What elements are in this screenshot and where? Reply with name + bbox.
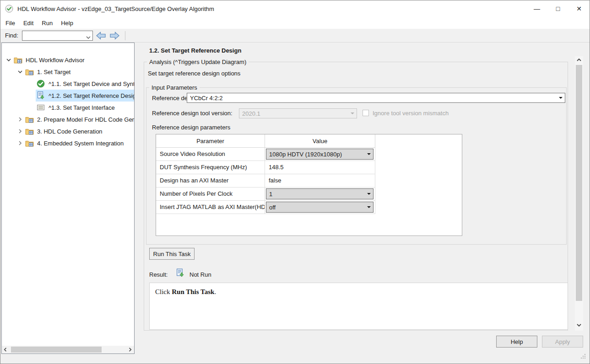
find-input[interactable] [22, 31, 93, 41]
run-this-task-button[interactable]: Run This Task [149, 248, 195, 260]
table-row: Number of Pixels Per Clock 1 [156, 187, 462, 201]
close-button[interactable]: ✕ [568, 0, 590, 17]
help-button[interactable]: Help [496, 336, 537, 348]
apply-button-disabled: Apply [542, 336, 583, 348]
result-message-box: Click Run This Task. [149, 283, 568, 330]
tree-horizontal-scrollbar[interactable] [2, 346, 134, 353]
minimize-button[interactable]: — [526, 0, 547, 17]
reference-design-parameters-label: Reference design parameters [152, 124, 230, 131]
status-badge: Not Run [189, 271, 211, 278]
scroll-up-icon[interactable] [576, 57, 582, 65]
tree-item-3[interactable]: 3. HDL Code Generation [2, 125, 134, 137]
tree-item-1-3[interactable]: ^1.3. Set Target Interface [2, 102, 134, 113]
message-bold: Run This Task [172, 288, 214, 295]
folder-icon [25, 139, 34, 147]
parameters-table: Parameter Value Source Video Resolution … [156, 134, 462, 236]
hdl-workflow-advisor-window: HDL Workflow Advisor - vzEdge_03_TargetS… [0, 0, 590, 364]
tool-version-label: Reference design tool version: [152, 110, 233, 117]
tree-item-label: ^1.2. Set Target Reference Desig [49, 92, 134, 99]
reference-design-dropdown[interactable]: YCbCr 4:2:2 [187, 93, 565, 103]
column-header-value: Value [265, 134, 375, 148]
scroll-right-icon[interactable] [127, 347, 133, 354]
menu-run[interactable]: Run [38, 18, 57, 28]
tree-item-label: 3. HDL Code Generation [37, 128, 103, 135]
table-row: Source Video Resolution 1080p HDTV (1920… [156, 148, 462, 161]
chevron-down-icon[interactable] [86, 34, 91, 41]
list-icon [37, 103, 46, 112]
chevron-right-icon[interactable] [16, 140, 24, 146]
tree-item-label: HDL Workflow Advisor [26, 57, 85, 64]
menu-edit[interactable]: Edit [19, 18, 38, 28]
dropdown-arrow-icon [367, 206, 371, 210]
page-title: 1.2. Set Target Reference Design [149, 47, 241, 54]
dropdown-arrow-icon [367, 193, 371, 197]
find-back-button[interactable] [96, 31, 107, 40]
folder-icon [25, 127, 34, 135]
table-row: Design has an AXI Master false [156, 174, 462, 187]
chevron-right-icon[interactable] [16, 117, 24, 122]
window-title: HDL Workflow Advisor - vzEdge_03_TargetS… [17, 5, 214, 12]
menu-file[interactable]: File [1, 18, 19, 28]
folder-icon [14, 56, 23, 64]
run-task-icon [37, 91, 46, 100]
find-text-field[interactable] [24, 32, 84, 40]
jtag-axi-master-dropdown[interactable]: off [266, 202, 373, 213]
folder-icon [25, 68, 34, 76]
input-parameters-groupbox: Input Parameters Reference design: YCbCr… [146, 87, 567, 245]
scrollbar-thumb[interactable] [11, 347, 102, 353]
find-forward-button[interactable] [109, 31, 120, 40]
pixels-per-clock-dropdown[interactable]: 1 [266, 188, 373, 199]
result-label: Result: [149, 271, 168, 278]
ignore-mismatch-checkbox [363, 110, 369, 116]
scroll-down-icon[interactable] [576, 322, 582, 330]
green-check-icon [37, 80, 46, 88]
design-has-axi-master-value[interactable]: false [265, 174, 375, 187]
analysis-group-label: Analysis (^Triggers Update Diagram) [147, 59, 249, 65]
message-suffix: . [214, 288, 216, 295]
table-header-row: Parameter Value [156, 134, 462, 148]
menu-help[interactable]: Help [57, 18, 77, 28]
scroll-left-icon[interactable] [3, 347, 9, 354]
app-check-icon [5, 5, 13, 13]
folder-icon [25, 115, 34, 123]
ignore-mismatch-label: Ignore tool version mismatch [373, 110, 449, 117]
not-run-status-icon [176, 268, 185, 278]
tree-item-root[interactable]: HDL Workflow Advisor [2, 54, 134, 66]
column-header-parameter: Parameter [156, 134, 265, 148]
workflow-tree-panel: HDL Workflow Advisor 1. Set Target ^1.1.… [1, 43, 135, 354]
find-toolbar: Find: [0, 29, 590, 43]
maximize-button[interactable]: □ [547, 0, 568, 17]
source-video-resolution-dropdown[interactable]: 1080p HDTV (1920x1080p) [266, 149, 373, 160]
task-description: Set target reference design options [148, 70, 240, 77]
chevron-down-icon[interactable] [5, 57, 13, 63]
scrollbar-thumb[interactable] [576, 65, 582, 301]
tree-item-label: 1. Set Target [37, 69, 70, 75]
title-bar: HDL Workflow Advisor - vzEdge_03_TargetS… [0, 0, 590, 17]
dropdown-arrow-icon [559, 97, 563, 101]
table-row: Insert JTAG MATLAB as AXI Master(HD... o… [156, 201, 462, 214]
tree-item-label: ^1.1. Set Target Device and Synth [49, 80, 134, 87]
tree-item-set-target[interactable]: 1. Set Target [2, 66, 134, 78]
dut-synthesis-frequency-value[interactable]: 148.5 [265, 161, 375, 174]
toolbar-separator [125, 31, 125, 40]
task-detail-panel: 1.2. Set Target Reference Design Analysi… [135, 43, 589, 363]
tree-item-1-1[interactable]: ^1.1. Set Target Device and Synth [2, 78, 134, 90]
resize-grip[interactable] [581, 353, 586, 360]
menu-bar: File Edit Run Help [0, 17, 590, 29]
table-row: DUT Synthesis Frequency (MHz) 148.5 [156, 161, 462, 174]
tree-item-4[interactable]: 4. Embedded System Integration [2, 137, 134, 149]
find-label: Find: [5, 32, 18, 39]
tree-item-label: ^1.3. Set Target Interface [49, 104, 115, 111]
input-parameters-label: Input Parameters [149, 84, 200, 91]
chevron-right-icon[interactable] [16, 128, 24, 134]
tree-item-label: 4. Embedded System Integration [37, 140, 124, 147]
panel-vertical-scrollbar[interactable] [575, 56, 583, 331]
chevron-down-icon[interactable] [16, 69, 24, 75]
tree-item-2[interactable]: 2. Prepare Model For HDL Code Gene [2, 113, 134, 125]
tool-version-dropdown-disabled: 2020.1 [239, 108, 357, 118]
message-prefix: Click [155, 288, 172, 295]
tree-item-label: 2. Prepare Model For HDL Code Gene [37, 116, 134, 123]
dropdown-arrow-icon [367, 153, 371, 157]
tree-item-1-2[interactable]: ^1.2. Set Target Reference Desig [2, 90, 134, 102]
dropdown-arrow-icon [351, 112, 354, 116]
